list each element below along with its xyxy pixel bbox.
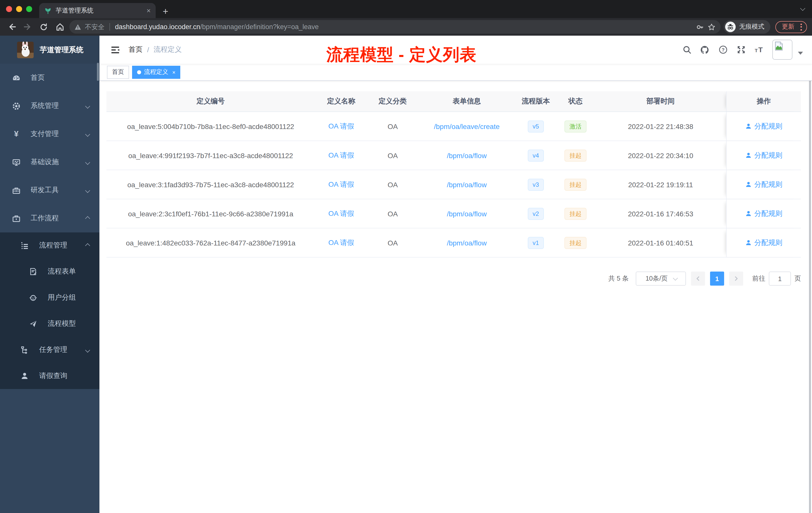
assign-rule-label: 分配规则 (754, 209, 782, 218)
back-icon[interactable] (5, 20, 18, 33)
tag-home[interactable]: 首页 (107, 65, 129, 79)
page-size-select[interactable]: 10条/页 (636, 272, 686, 285)
page-number-1[interactable]: 1 (710, 272, 724, 285)
chevron-down-icon (85, 131, 90, 137)
url-bar[interactable]: 不安全 dashboard.yudao.iocoder.cn/bpm/manag… (69, 20, 721, 34)
browser-update-button[interactable]: 更新 (775, 21, 807, 33)
form-link[interactable]: /bpm/oa/flow (447, 239, 487, 247)
goto-page-input[interactable] (769, 272, 791, 285)
definition-name-link[interactable]: OA 请假 (328, 151, 354, 160)
tag-label: 流程定义 (144, 68, 168, 76)
assign-rule-button[interactable]: 分配规则 (745, 209, 782, 218)
new-tab-button[interactable]: + (163, 6, 168, 16)
security-label[interactable]: 不安全 (85, 22, 105, 31)
github-icon[interactable] (700, 45, 709, 55)
sidebar-item-home[interactable]: 首页 (0, 64, 99, 92)
document-edit-icon (29, 267, 38, 276)
sidebar-item-infrastructure[interactable]: 基础设施 (0, 148, 99, 176)
form-link[interactable]: /bpm/oa/flow (447, 151, 487, 159)
definition-name-link[interactable]: OA 请假 (328, 209, 354, 218)
forward-icon[interactable] (21, 20, 34, 33)
sidebar-item-devtools[interactable]: 研发工具 (0, 176, 99, 204)
user-icon (745, 181, 752, 188)
tag-close-icon[interactable]: × (172, 69, 175, 75)
sidebar-item-process-management[interactable]: 流程管理 (0, 233, 99, 259)
prev-page-button[interactable] (691, 272, 705, 285)
sidebar-item-process-model[interactable]: 流程模型 (0, 311, 99, 337)
minimize-window-button[interactable] (16, 6, 22, 12)
bookmark-star-icon[interactable] (707, 23, 716, 31)
definition-name-link[interactable]: OA 请假 (328, 238, 354, 247)
col-header-status: 状态 (556, 91, 595, 112)
definition-name-link[interactable]: OA 请假 (328, 180, 354, 189)
breadcrumb-home[interactable]: 首页 (128, 45, 143, 54)
org-tree-icon (21, 345, 29, 354)
app-logo-row[interactable]: 芋道管理系统 (0, 36, 99, 64)
form-link[interactable]: /bpm/oa/flow (447, 180, 487, 188)
definition-id: oa_leave:1:482ec033-762a-11ec-8477-a2380… (107, 229, 315, 257)
avatar-dropdown-caret-icon[interactable] (798, 52, 803, 55)
page-scrollbar[interactable] (809, 36, 811, 513)
tag-process-definition[interactable]: 流程定义 × (132, 65, 180, 79)
assign-rule-label: 分配规则 (754, 122, 782, 131)
browser-menu-kebab-icon[interactable] (799, 23, 804, 30)
svg-text:T: T (755, 48, 758, 53)
url-text[interactable]: dashboard.yudao.iocoder.cn/bpm/manager/d… (115, 23, 319, 31)
sidebar-collapse-icon[interactable] (107, 41, 123, 58)
search-icon[interactable] (682, 45, 692, 55)
toolbox-icon (12, 186, 21, 194)
col-header-version: 流程版本 (516, 91, 556, 112)
sidebar-item-user-group[interactable]: 用户分组 (0, 284, 99, 311)
fullscreen-icon[interactable] (736, 45, 746, 55)
next-page-button[interactable] (729, 272, 743, 285)
form-link[interactable]: /bpm/oa/flow (447, 210, 487, 218)
chevron-down-icon (85, 103, 90, 109)
assign-rule-label: 分配规则 (754, 180, 782, 189)
paper-plane-icon (29, 320, 38, 328)
assign-rule-label: 分配规则 (754, 151, 782, 160)
sidebar: 芋道管理系统 首页 系统管理 ¥ 支付管理 (0, 36, 99, 513)
browser-tab[interactable]: 芋道管理系统 × (39, 3, 156, 18)
sidebar-item-system[interactable]: 系统管理 (0, 92, 99, 120)
password-key-icon[interactable] (696, 23, 704, 31)
assign-rule-button[interactable]: 分配规则 (745, 122, 782, 131)
sidebar-item-workflow[interactable]: 工作流程 (0, 204, 99, 233)
definition-category: OA (368, 229, 418, 257)
close-window-button[interactable] (6, 6, 12, 12)
reload-icon[interactable] (37, 20, 50, 33)
deploy-time: 2022-01-16 01:40:51 (595, 229, 726, 257)
sidebar-item-payment[interactable]: ¥ 支付管理 (0, 120, 99, 148)
help-question-icon[interactable]: ? (718, 45, 728, 55)
zoom-window-button[interactable] (26, 6, 32, 12)
form-link[interactable]: /bpm/oa/leave/create (434, 122, 500, 130)
tab-search-chevron-icon[interactable] (800, 6, 805, 11)
chevron-down-icon (85, 160, 90, 164)
table-row: oa_leave:2:3c1f0ef1-76b1-11ec-9c66-a2380… (107, 199, 801, 229)
browser-tabstrip: 芋道管理系统 × + (0, 0, 812, 18)
sidebar-item-leave-query[interactable]: 请假查询 (0, 363, 99, 389)
table-row: oa_leave:4:991f2193-7b7f-11ec-a3c8-acde4… (107, 141, 801, 170)
security-warning-icon[interactable] (74, 23, 81, 30)
version-badge: v2 (527, 208, 544, 220)
home-icon[interactable] (53, 20, 66, 33)
sidebar-item-process-form[interactable]: 流程表单 (0, 259, 99, 284)
list-tree-icon (21, 241, 29, 250)
user-icon (745, 239, 752, 246)
incognito-icon (725, 22, 736, 32)
definition-name-link[interactable]: OA 请假 (328, 122, 354, 131)
sidebar-scrollbar[interactable] (97, 63, 99, 81)
table-row: oa_leave:1:482ec033-762a-11ec-8477-a2380… (107, 229, 801, 258)
definition-id: oa_leave:5:004b710b-7b8a-11ec-8ef0-acde4… (107, 112, 315, 141)
tab-close-icon[interactable]: × (147, 7, 151, 14)
assign-rule-button[interactable]: 分配规则 (745, 180, 782, 189)
assign-rule-button[interactable]: 分配规则 (745, 238, 782, 247)
sidebar-item-task-management[interactable]: 任务管理 (0, 337, 99, 363)
definition-id: oa_leave:3:1fad3d93-7b75-11ec-a3c8-acde4… (107, 170, 315, 199)
avatar-broken-image[interactable] (772, 40, 792, 60)
divider (110, 23, 110, 31)
col-header-action: 操作 (726, 91, 801, 112)
assign-rule-button[interactable]: 分配规则 (745, 151, 782, 160)
font-size-icon[interactable]: TT (754, 45, 764, 55)
sidebar-item-label: 流程管理 (39, 241, 76, 250)
status-badge: 挂起 (564, 149, 586, 161)
